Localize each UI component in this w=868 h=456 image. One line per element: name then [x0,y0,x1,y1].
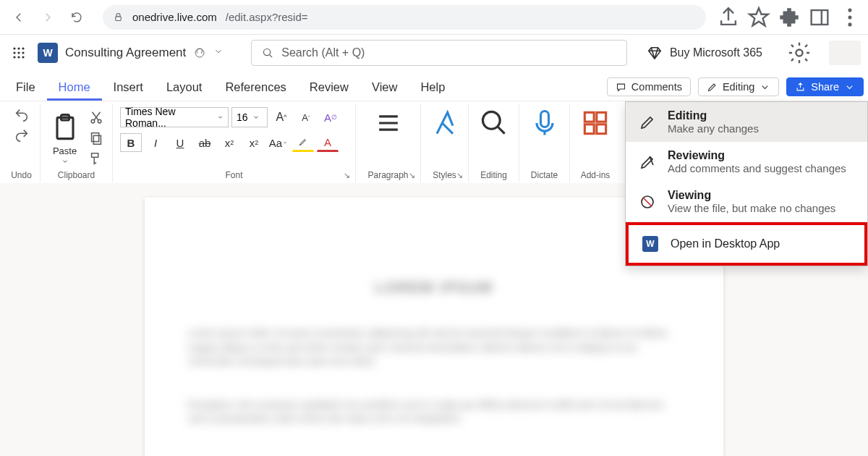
svg-point-19 [91,119,95,123]
search-input[interactable]: Search (Alt + Q) [251,40,627,66]
address-bar[interactable]: onedrive.live.com/edit.aspx?resid= [103,5,706,30]
svg-point-20 [98,119,101,123]
comment-icon [616,82,626,93]
font-color-button[interactable]: A [317,133,339,152]
paste-button[interactable]: Paste [49,112,81,165]
more-icon[interactable] [838,5,862,30]
forward-button[interactable] [35,4,61,30]
svg-point-9 [17,51,20,54]
group-label-paragraph: Paragraph [367,169,408,181]
styles-button[interactable] [429,107,461,169]
tab-insert[interactable]: Insert [102,74,155,101]
panel-icon[interactable] [807,5,832,30]
title-chevron-icon[interactable] [213,46,224,59]
svg-point-16 [796,49,802,56]
reload-button[interactable] [64,4,90,30]
star-icon[interactable] [746,5,771,30]
tab-layout[interactable]: Layout [155,74,214,101]
styles-launcher-icon[interactable]: ↘ [456,171,466,180]
group-label-editing: Editing [480,169,507,181]
tab-view[interactable]: View [360,74,409,101]
undo-button[interactable] [14,107,30,123]
svg-rect-27 [584,124,594,134]
svg-point-2 [848,8,851,12]
italic-button[interactable]: I [145,133,166,152]
svg-point-15 [264,48,271,55]
clear-format-button[interactable]: A∅ [320,108,341,127]
app-launcher-icon[interactable] [7,41,30,64]
change-case-button[interactable]: Aa [268,133,289,152]
paragraph-launcher-icon[interactable]: ↘ [409,171,418,180]
comments-button[interactable]: Comments [607,77,691,96]
tab-help[interactable]: Help [409,74,456,101]
subscript-button[interactable]: x2 [218,133,240,152]
url-host: onedrive.live.com [132,11,217,23]
cut-button[interactable] [88,110,104,126]
url-path: /edit.aspx?resid= [226,11,308,23]
extensions-icon[interactable] [777,5,801,30]
svg-rect-24 [540,111,548,127]
document-title[interactable]: Consulting Agreement [65,46,186,60]
format-painter-button[interactable] [88,151,104,166]
ribbon-tabs: File Home Insert Layout References Revie… [0,71,868,101]
account-avatar[interactable] [829,41,861,65]
word-logo-icon: W [38,43,58,63]
app-header: W Consulting Agreement Search (Alt + Q) … [0,35,868,71]
chevron-down-icon [844,82,855,93]
svg-point-8 [13,51,15,54]
pencil-icon [639,114,656,131]
styles-icon [429,107,461,139]
back-button[interactable] [6,4,32,30]
share-url-icon[interactable] [716,5,741,30]
strikethrough-button[interactable]: ab [194,133,216,152]
tab-home[interactable]: Home [47,74,102,101]
svg-point-12 [17,56,20,58]
group-label-styles: Styles [433,169,456,181]
font-size-select[interactable]: 16 [231,107,268,127]
buy-m365-button[interactable]: Buy Microsoft 365 [647,45,762,61]
dropdown-item-open-desktop[interactable]: W Open in Desktop App [626,222,867,266]
dropdown-item-editing[interactable]: Editing Make any changes [626,102,867,142]
svg-rect-25 [584,112,594,122]
editing-mode-button[interactable]: Editing [698,77,779,96]
addins-button[interactable] [579,107,611,169]
svg-point-6 [17,47,20,49]
paragraph-button[interactable] [373,107,404,169]
svg-point-4 [848,22,851,26]
group-label-clipboard: Clipboard [58,169,95,181]
share-button[interactable]: Share [786,77,864,96]
underline-button[interactable]: U [169,133,191,152]
bold-button[interactable]: B [120,133,142,152]
svg-rect-1 [812,10,828,25]
tab-references[interactable]: References [213,74,297,101]
group-label-addins: Add-ins [581,169,610,181]
grow-font-button[interactable]: A^ [271,108,292,127]
tab-file[interactable]: File [4,74,47,101]
svg-point-11 [13,56,15,58]
paragraph-icon [373,107,404,139]
copy-button[interactable] [88,130,104,146]
redo-button[interactable] [14,127,30,143]
svg-rect-28 [597,124,606,134]
dropdown-item-viewing[interactable]: Viewing View the file, but make no chang… [626,182,867,221]
svg-point-13 [22,56,24,58]
word-logo-icon: W [642,235,659,253]
svg-rect-26 [597,112,606,122]
superscript-button[interactable]: x2 [243,133,265,152]
font-launcher-icon[interactable]: ↘ [344,171,353,180]
highlight-button[interactable] [292,133,314,152]
svg-rect-22 [91,133,98,142]
shrink-font-button[interactable]: Aˇ [295,108,317,127]
tab-review[interactable]: Review [298,74,360,101]
font-name-select[interactable]: Times New Roman... [120,107,229,127]
search-icon [478,107,510,139]
settings-icon[interactable] [787,41,812,65]
dropdown-item-reviewing[interactable]: Reviewing Add comments and suggest chang… [626,142,867,182]
svg-point-23 [482,111,500,129]
dictate-button[interactable] [529,107,561,169]
pencil-icon [707,82,718,93]
browser-toolbar: onedrive.live.com/edit.aspx?resid= [0,0,868,35]
search-placeholder: Search (Alt + Q) [281,46,365,59]
svg-point-10 [22,51,24,54]
ribbon-editing-button[interactable] [478,107,510,169]
